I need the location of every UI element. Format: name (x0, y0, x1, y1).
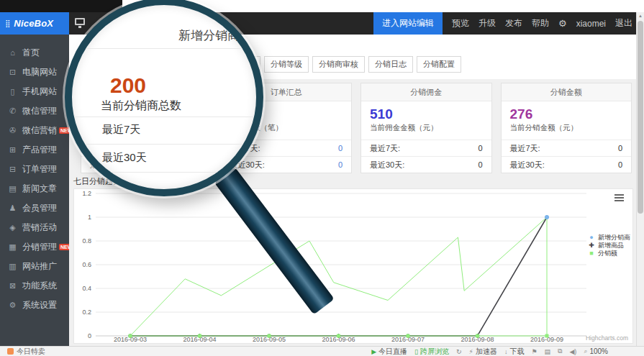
sidebar-item-system-settings[interactable]: ⚙系统设置 (0, 296, 69, 315)
sidebar-item-label: 产品管理 (22, 140, 57, 160)
legend-item-distribution-amount[interactable]: ■分销额 (587, 250, 630, 257)
publish-link[interactable]: 发布 (505, 17, 522, 29)
windows-button[interactable]: ⧉ (558, 347, 562, 355)
divider (72, 144, 256, 145)
sidebar-item-wechat-management[interactable]: ✆微信管理 (0, 101, 69, 121)
trend-chart: 00.20.40.60.811.22016-09-032016-09-04201… (73, 188, 633, 344)
brand-logo[interactable]: ⣿ NiceBoX (0, 12, 69, 35)
chart-icon: ▦ (7, 237, 18, 257)
statusbar: 今日特卖 ▶今日直播 ▯跨屏浏览 ↻ ⚡加速器 ↓下载 ⚑ ▤ ⧉ ◀) ⌕10… (0, 346, 644, 356)
sound-button[interactable]: ◀) (569, 348, 576, 355)
cross-screen-button[interactable]: ▯跨屏浏览 (414, 347, 449, 356)
vertical-scrollbar[interactable]: ▲ (636, 12, 644, 346)
product-icon: ⊞ (7, 140, 18, 160)
chart-legend: ●新增分销商 ✚新增商品 ■分销额 (587, 234, 630, 257)
legend-label: 分销额 (598, 250, 617, 257)
flag-button[interactable]: ⚑ (531, 348, 537, 355)
download-button[interactable]: ↓下载 (504, 347, 525, 356)
card-row-30d: 最近30天:0 (361, 156, 491, 173)
card-row-7d: 最近7天:0 (361, 140, 491, 156)
card-row-30d: 最近30天:0 (502, 156, 632, 173)
username[interactable]: xiaomei (576, 19, 606, 29)
card-value: 276 (510, 106, 623, 122)
row-label: 最近7天: (510, 140, 540, 156)
logout-link[interactable]: 退出 (615, 17, 632, 29)
divider (72, 48, 256, 49)
divider (72, 172, 256, 173)
tab-distribution-log[interactable]: 分销日志 (368, 56, 413, 73)
upgrade-link[interactable]: 升级 (479, 17, 496, 29)
sidebar-item-member-management[interactable]: ♟会员管理 (0, 198, 69, 218)
sidebar-item-product-management[interactable]: ⊞产品管理 (0, 140, 69, 160)
sale-icon (7, 348, 14, 355)
sidebar-item-label: 微信营销 (22, 121, 57, 140)
sidebar-item-pc-site[interactable]: ⊡电脑网站 (0, 63, 69, 82)
sidebar-item-label: 网站推广 (22, 257, 57, 276)
svg-text:1: 1 (88, 214, 91, 221)
chart-export-menu-icon[interactable] (614, 194, 624, 203)
sidebar-item-label: 首页 (22, 43, 40, 63)
print-button[interactable]: ▤ (545, 348, 551, 355)
document-icon: ▤ (7, 179, 18, 198)
magnified-card-value: 200 (110, 73, 146, 98)
enter-site-edit-button[interactable]: 进入网站编辑 (373, 12, 443, 35)
user-icon: ♟ (7, 198, 18, 218)
settings-gear-icon[interactable]: ⚙ (558, 18, 567, 29)
windows-icon: ⧉ (558, 347, 562, 355)
tool-label: 今日直播 (378, 347, 407, 356)
tool-label: 加速器 (476, 347, 497, 356)
marketing-icon: ✇ (7, 121, 18, 140)
accelerator-button[interactable]: ⚡加速器 (469, 347, 497, 356)
refresh-button[interactable]: ↻ (456, 348, 462, 355)
sidebar-item-wechat-marketing[interactable]: ✇微信营销NEW (0, 121, 69, 140)
sidebar-item-distribution-management[interactable]: ▦分销管理NEW (0, 237, 69, 257)
sidebar-item-site-promotion[interactable]: ▥网站推广 (0, 257, 69, 276)
magnified-row-7d: 最近7天 (102, 123, 140, 137)
pc-view-icon[interactable] (75, 18, 85, 25)
card-title: 分销佣金 (361, 83, 491, 101)
card-body: 276 当前分销金额（元） (502, 101, 632, 140)
sidebar-item-home[interactable]: ⌂首页 (0, 43, 69, 63)
help-link[interactable]: 帮助 (532, 17, 549, 29)
card-caption: 当前佣金金额（元） (370, 123, 483, 133)
svg-text:0.6: 0.6 (82, 261, 91, 268)
chat-icon: ✆ (7, 101, 18, 121)
card-title: 分销金额 (502, 83, 632, 101)
live-today-button[interactable]: ▶今日直播 (371, 347, 407, 356)
legend-label: 新增商品 (598, 242, 624, 250)
row-value-link[interactable]: 0 (338, 140, 343, 156)
tab-distribution-config[interactable]: 分销配置 (417, 56, 461, 73)
row-value-link[interactable]: 0 (338, 157, 343, 173)
speaker-icon: ◀) (569, 348, 576, 355)
legend-marker-square: ■ (587, 250, 596, 257)
legend-item-new-products[interactable]: ✚新增商品 (587, 242, 630, 250)
magnified-row-30d: 最近30天 (102, 151, 147, 165)
row-label: 最近7天: (370, 140, 400, 156)
scroll-up-arrow[interactable]: ▲ (637, 14, 644, 18)
legend-item-new-distributors[interactable]: ●新增分销商 (587, 234, 630, 242)
scrollbar-thumb[interactable] (638, 21, 643, 214)
highcharts-credit[interactable]: Highcharts.com (586, 334, 628, 342)
today-sale-button[interactable]: 今日特卖 (7, 347, 45, 356)
lightning-icon: ⚡ (469, 348, 473, 355)
sidebar-item-order-management[interactable]: ⊟订单管理 (0, 160, 69, 179)
sidebar-item-label: 微信管理 (22, 101, 57, 121)
flag-icon: ⚑ (531, 348, 537, 355)
briefcase-icon: ⊠ (7, 276, 18, 296)
home-icon: ⌂ (7, 43, 18, 63)
sidebar-item-function-system[interactable]: ⊠功能系统 (0, 276, 69, 296)
zoom-level-button[interactable]: ⌕100% (584, 347, 608, 355)
sidebar-item-mobile-site[interactable]: ▯手机网站 (0, 82, 69, 101)
sidebar-item-label: 会员管理 (22, 198, 57, 218)
tab-distributor-review[interactable]: 分销商审核 (312, 56, 365, 73)
tab-distribution-levels[interactable]: 分销等级 (264, 56, 309, 73)
legend-label: 新增分销商 (598, 234, 630, 242)
printer-icon: ▤ (545, 348, 551, 355)
tool-label: 下载 (509, 347, 524, 356)
card-caption: 当前分销金额（元） (510, 123, 623, 133)
svg-text:1.2: 1.2 (82, 190, 91, 197)
sidebar-item-news-articles[interactable]: ▤新闻文章 (0, 179, 69, 198)
card-value: 510 (370, 106, 483, 122)
sidebar-item-marketing-activities[interactable]: ◈营销活动 (0, 218, 69, 237)
preview-link[interactable]: 预览 (452, 17, 469, 29)
